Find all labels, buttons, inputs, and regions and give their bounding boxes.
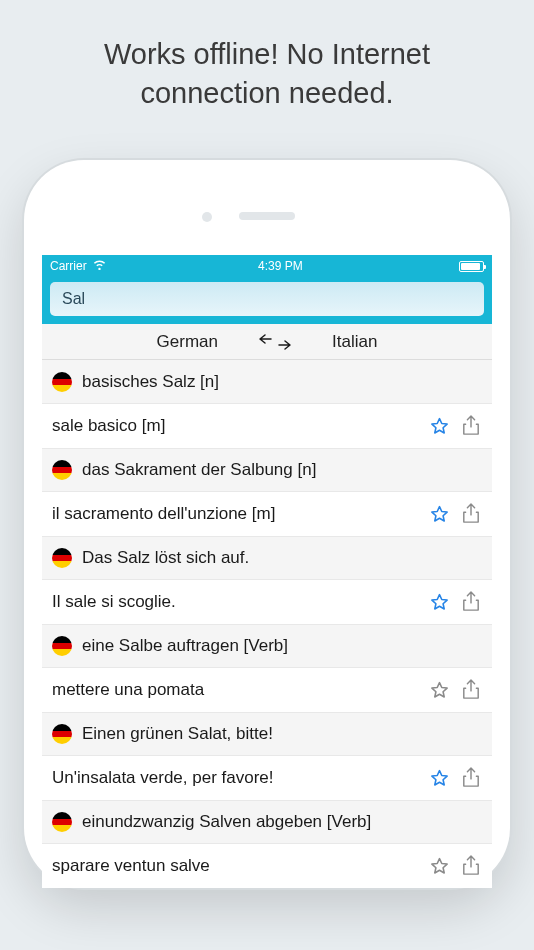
source-language-label[interactable]: German	[157, 332, 218, 352]
target-language-label[interactable]: Italian	[332, 332, 377, 352]
favorite-star-icon[interactable]	[428, 591, 450, 613]
status-time: 4:39 PM	[258, 259, 303, 273]
tagline: Works offline! No Internet connection ne…	[0, 0, 534, 113]
battery-icon	[459, 261, 484, 272]
status-right	[454, 261, 484, 272]
favorite-star-icon[interactable]	[428, 503, 450, 525]
source-row[interactable]: Einen grünen Salat, bitte!	[42, 712, 492, 756]
translation-text: Un'insalata verde, per favore!	[52, 768, 418, 788]
search-input[interactable]	[50, 282, 484, 316]
phone-speaker	[239, 212, 295, 220]
favorite-star-icon[interactable]	[428, 679, 450, 701]
share-icon[interactable]	[460, 855, 482, 877]
tagline-line2: connection needed.	[140, 77, 393, 109]
flag-de-icon	[52, 460, 72, 480]
source-text: eine Salbe auftragen [Verb]	[82, 636, 482, 656]
share-icon[interactable]	[460, 591, 482, 613]
translation-row[interactable]: Il sale si scoglie.	[42, 580, 492, 624]
translation-text: sale basico [m]	[52, 416, 418, 436]
source-text: Einen grünen Salat, bitte!	[82, 724, 482, 744]
favorite-star-icon[interactable]	[428, 855, 450, 877]
source-row[interactable]: Das Salz löst sich auf.	[42, 536, 492, 580]
source-row[interactable]: eine Salbe auftragen [Verb]	[42, 624, 492, 668]
phone-frame: Carrier 4:39 PM German	[24, 160, 510, 888]
source-text: einundzwanzig Salven abgeben [Verb]	[82, 812, 482, 832]
source-row[interactable]: basisches Salz [n]	[42, 360, 492, 404]
translation-row[interactable]: sparare ventun salve	[42, 844, 492, 888]
carrier-label: Carrier	[50, 259, 87, 273]
translation-row[interactable]: sale basico [m]	[42, 404, 492, 448]
swap-languages-button[interactable]	[258, 332, 292, 352]
screen: Carrier 4:39 PM German	[42, 255, 492, 888]
favorite-star-icon[interactable]	[428, 767, 450, 789]
results-list: basisches Salz [n]sale basico [m]das Sak…	[42, 360, 492, 888]
share-icon[interactable]	[460, 503, 482, 525]
translation-text: Il sale si scoglie.	[52, 592, 418, 612]
language-toggle-row: German Italian	[42, 324, 492, 360]
favorite-star-icon[interactable]	[428, 415, 450, 437]
translation-row[interactable]: Un'insalata verde, per favore!	[42, 756, 492, 800]
search-bar	[42, 277, 492, 324]
status-left: Carrier	[50, 259, 107, 273]
source-text: das Sakrament der Salbung [n]	[82, 460, 482, 480]
flag-de-icon	[52, 724, 72, 744]
source-text: basisches Salz [n]	[82, 372, 482, 392]
translation-row[interactable]: il sacramento dell'unzione [m]	[42, 492, 492, 536]
source-row[interactable]: einundzwanzig Salven abgeben [Verb]	[42, 800, 492, 844]
status-bar: Carrier 4:39 PM	[42, 255, 492, 277]
translation-row[interactable]: mettere una pomata	[42, 668, 492, 712]
source-text: Das Salz löst sich auf.	[82, 548, 482, 568]
flag-de-icon	[52, 372, 72, 392]
flag-de-icon	[52, 636, 72, 656]
flag-de-icon	[52, 812, 72, 832]
tagline-line1: Works offline! No Internet	[104, 38, 430, 70]
source-row[interactable]: das Sakrament der Salbung [n]	[42, 448, 492, 492]
flag-de-icon	[52, 548, 72, 568]
translation-text: mettere una pomata	[52, 680, 418, 700]
share-icon[interactable]	[460, 767, 482, 789]
phone-camera	[202, 212, 212, 222]
share-icon[interactable]	[460, 679, 482, 701]
translation-text: sparare ventun salve	[52, 856, 418, 876]
translation-text: il sacramento dell'unzione [m]	[52, 504, 418, 524]
wifi-icon	[92, 259, 107, 273]
share-icon[interactable]	[460, 415, 482, 437]
